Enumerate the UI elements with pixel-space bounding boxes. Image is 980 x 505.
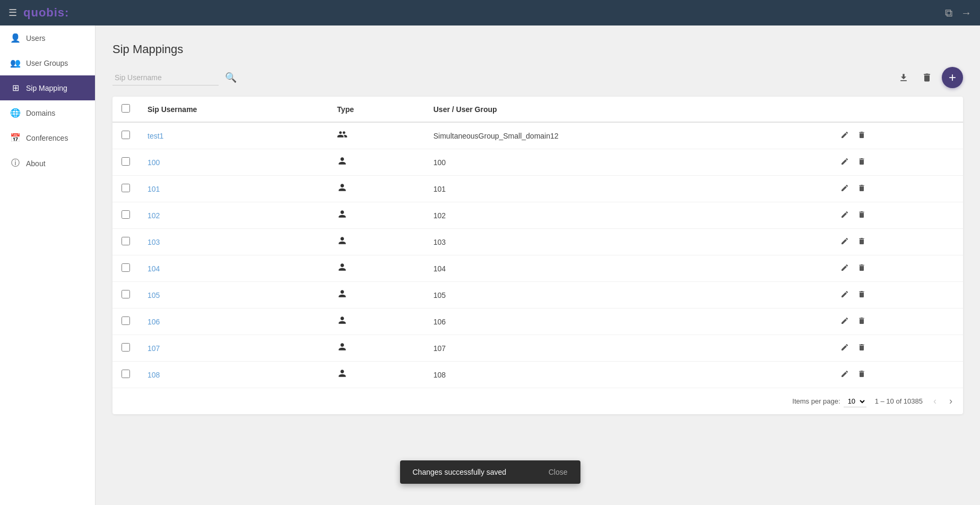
prev-page-button[interactable]: ‹ [931,395,939,408]
table-row: 107 107 [112,335,963,362]
row-checkbox[interactable] [122,370,130,378]
row-sip-username: test1 [139,122,328,149]
sidebar-item-conferences[interactable]: 📅 Conferences [0,125,95,150]
table-row: 104 104 [112,255,963,282]
delete-icon [857,316,866,325]
sip-mapping-icon: ⊞ [10,83,21,93]
row-actions-cell [830,282,963,309]
sidebar-item-users-label: Users [26,34,46,42]
add-button[interactable]: + [942,67,963,88]
row-type [328,335,424,362]
user-type-icon [337,264,348,275]
row-edit-button[interactable] [838,236,851,249]
row-edit-button[interactable] [838,209,851,222]
edit-icon [840,131,849,139]
edit-icon [840,210,849,219]
row-checkbox[interactable] [122,237,130,245]
next-page-button[interactable]: › [947,395,955,408]
edit-icon [840,316,849,325]
row-delete-button[interactable] [855,369,868,381]
row-sip-username: 104 [139,255,328,282]
row-sip-username: 108 [139,362,328,388]
row-edit-button[interactable] [838,183,851,195]
items-per-page-label: Items per page: [792,397,840,405]
row-type [328,282,424,309]
row-checkbox-cell [112,309,139,335]
user-type-icon [337,290,348,301]
row-type [328,255,424,282]
row-user-group: 103 [425,229,830,255]
user-type-icon [337,370,348,381]
table-row: 100 100 [112,149,963,176]
row-checkbox[interactable] [122,343,130,352]
row-checkbox[interactable] [122,316,130,325]
row-delete-button[interactable] [855,130,868,142]
row-sip-username: 107 [139,335,328,362]
row-actions [838,130,955,142]
table-row: test1 SimultaneousGroup_Small_domain12 [112,122,963,149]
user-type-icon [337,211,348,221]
row-delete-button[interactable] [855,342,868,355]
row-edit-button[interactable] [838,156,851,169]
edit-icon [840,263,849,272]
sidebar-item-user-groups[interactable]: 👥 User Groups [0,50,95,75]
row-checkbox-cell [112,229,139,255]
row-delete-button[interactable] [855,183,868,195]
download-button[interactable] [895,69,912,86]
table-container: Sip Username Type User / User Group test… [112,97,963,414]
row-checkbox[interactable] [122,290,130,298]
row-actions-cell [830,202,963,229]
row-delete-button[interactable] [855,262,868,275]
row-edit-button[interactable] [838,130,851,142]
row-delete-button[interactable] [855,236,868,249]
row-actions [838,209,955,222]
row-user-group: 102 [425,202,830,229]
sidebar-item-sip-mapping-label: Sip Mapping [26,84,67,92]
table-header-row: Sip Username Type User / User Group [112,97,963,122]
row-checkbox-cell [112,255,139,282]
row-user-group: 104 [425,255,830,282]
header-actions [830,97,963,122]
row-checkbox[interactable] [122,131,130,139]
row-checkbox[interactable] [122,263,130,272]
row-delete-button[interactable] [855,156,868,169]
share-icon[interactable]: ⧉ [945,7,952,19]
row-edit-button[interactable] [838,315,851,328]
row-edit-button[interactable] [838,342,851,355]
user-type-icon [337,317,348,328]
items-per-page-select[interactable]: 10 5 25 50 [844,396,866,407]
toolbar: 🔍 + [112,67,963,88]
row-checkbox[interactable] [122,210,130,219]
add-icon: + [949,70,956,85]
user-type-icon [337,184,348,195]
logout-icon[interactable]: → [961,7,972,19]
delete-icon [857,237,866,245]
sidebar-item-users[interactable]: 👤 Users [0,25,95,50]
search-button[interactable]: 🔍 [223,70,239,85]
sidebar-item-about[interactable]: ⓘ About [0,150,95,176]
row-actions [838,236,955,249]
row-sip-username: 102 [139,202,328,229]
row-edit-button[interactable] [838,369,851,381]
select-all-checkbox[interactable] [122,104,130,113]
row-user-group: 100 [425,149,830,176]
sidebar-item-domains[interactable]: 🌐 Domains [0,100,95,125]
row-delete-button[interactable] [855,315,868,328]
menu-icon[interactable]: ☰ [8,7,17,19]
row-checkbox[interactable] [122,157,130,166]
sidebar-item-sip-mapping[interactable]: ⊞ Sip Mapping [0,75,95,100]
row-edit-button[interactable] [838,262,851,275]
search-input[interactable] [112,70,219,85]
row-delete-button[interactable] [855,209,868,222]
row-edit-button[interactable] [838,289,851,302]
row-actions-cell [830,229,963,255]
row-checkbox[interactable] [122,184,130,192]
topbar-right: ⧉ → [945,7,972,19]
row-checkbox-cell [112,176,139,202]
row-checkbox-cell [112,202,139,229]
edit-icon [840,184,849,192]
row-checkbox-cell [112,335,139,362]
row-delete-button[interactable] [855,289,868,302]
toast-close-button[interactable]: Close [549,468,568,476]
bulk-delete-button[interactable] [918,69,935,86]
